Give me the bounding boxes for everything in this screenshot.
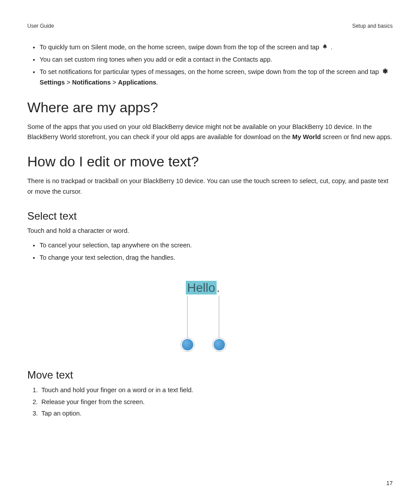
text-selection-illustration: Hello. bbox=[27, 281, 393, 356]
paragraph: Some of the apps that you used on your o… bbox=[27, 122, 393, 142]
text: screen or find new apps. bbox=[321, 133, 392, 140]
list-item: To cancel your selection, tap anywhere o… bbox=[40, 240, 393, 251]
list-item: To set notifications for particular type… bbox=[40, 67, 393, 88]
intro-bullet-list: To quickly turn on Silent mode, on the h… bbox=[27, 42, 393, 88]
selection-handle-right bbox=[213, 338, 226, 351]
text: . bbox=[331, 44, 332, 51]
paragraph: There is no trackpad or trackball on you… bbox=[27, 176, 393, 196]
paragraph: Touch and hold a character or word. bbox=[27, 226, 393, 236]
selection-handle-left bbox=[181, 338, 194, 351]
list-item: You can set custom ring tones when you a… bbox=[40, 55, 393, 65]
list-item: Release your finger from the screen. bbox=[40, 397, 393, 408]
select-text-bullets: To cancel your selection, tap anywhere o… bbox=[27, 240, 393, 263]
gear-icon bbox=[382, 67, 388, 77]
list-item: To quickly turn on Silent mode, on the h… bbox=[40, 42, 393, 53]
text: To quickly turn on Silent mode, on the h… bbox=[40, 44, 321, 51]
applications-label: Applications bbox=[118, 79, 156, 86]
heading-edit-move: How do I edit or move text? bbox=[27, 154, 393, 170]
heading-where-apps: Where are my apps? bbox=[27, 99, 393, 116]
selection-handle-line-left bbox=[187, 296, 188, 340]
heading-move-text: Move text bbox=[27, 369, 393, 381]
list-item: Touch and hold your finger on a word or … bbox=[40, 385, 393, 396]
header-right: Setup and basics bbox=[352, 23, 393, 29]
text: To set notifications for particular type… bbox=[40, 68, 381, 75]
text: . bbox=[156, 79, 158, 86]
page-header: User Guide Setup and basics bbox=[27, 23, 393, 29]
page: User Guide Setup and basics To quickly t… bbox=[0, 0, 420, 504]
my-world-label: My World bbox=[292, 133, 321, 140]
period: . bbox=[217, 281, 220, 294]
bell-icon bbox=[322, 42, 328, 53]
notifications-label: Notifications bbox=[72, 79, 111, 86]
move-text-steps: Touch and hold your finger on a word or … bbox=[27, 385, 393, 419]
list-item: To change your text selection, drag the … bbox=[40, 253, 393, 263]
settings-label: Settings bbox=[40, 79, 65, 86]
page-number: 17 bbox=[387, 480, 393, 486]
header-left: User Guide bbox=[27, 23, 54, 29]
separator: > bbox=[65, 79, 72, 86]
separator: > bbox=[111, 79, 118, 86]
heading-select-text: Select text bbox=[27, 210, 393, 222]
list-item: Tap an option. bbox=[40, 408, 393, 419]
selection-handle-line-right bbox=[219, 296, 219, 340]
highlighted-word: Hello bbox=[186, 281, 217, 294]
